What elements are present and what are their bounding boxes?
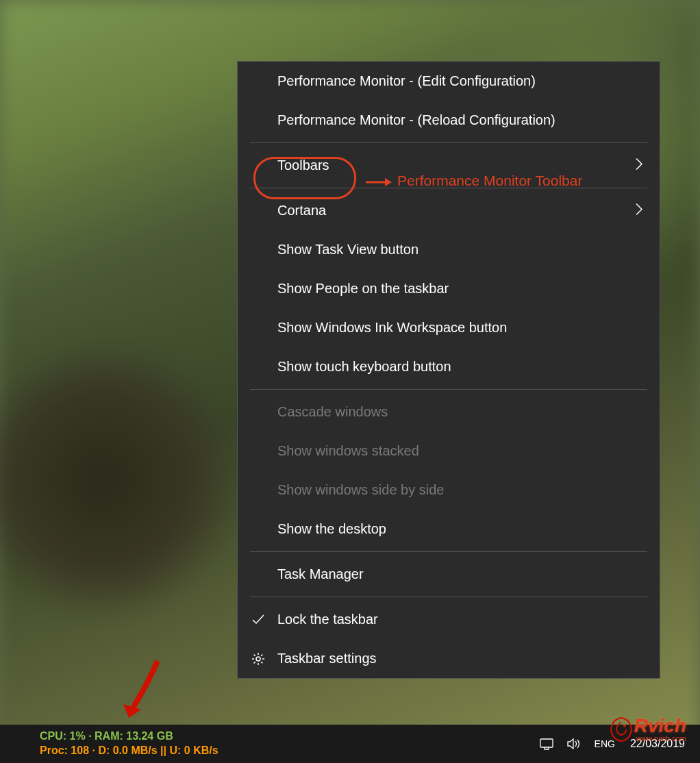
menu-item-label: Show touch keyboard button [277,359,451,375]
menu-taskbar-settings[interactable]: Taskbar settings [238,639,660,678]
perf-proc-disk-net: Proc: 108 · D: 0.0 MB/s || U: 0 KB/s [40,744,218,758]
menu-toolbars[interactable]: Toolbars [238,146,660,185]
chevron-right-icon [635,202,645,219]
menu-item-label: Show Windows Ink Workspace button [277,320,507,336]
menu-item-label: Cortana [277,203,326,218]
menu-show-stacked: Show windows stacked [238,431,660,471]
menu-show-people[interactable]: Show People on the taskbar [238,269,660,308]
menu-item-label: Performance Monitor - (Reload Configurat… [277,112,555,128]
menu-show-desktop[interactable]: Show the desktop [238,510,660,549]
menu-item-label: Show People on the taskbar [277,281,449,297]
menu-perfmon-reload[interactable]: Performance Monitor - (Reload Configurat… [238,101,660,140]
menu-item-label: Task Manager [277,566,364,582]
chevron-right-icon [635,157,645,174]
menu-item-label: Taskbar settings [277,651,377,666]
menu-cascade-windows: Cascade windows [238,392,660,431]
volume-icon[interactable] [564,734,584,753]
language-indicator[interactable]: ENG [592,738,618,749]
menu-separator [250,142,647,143]
taskbar-date: 22/03/2019 [630,737,685,750]
menu-item-label: Show Task View button [277,242,418,258]
menu-item-label: Show the desktop [277,521,386,537]
menu-item-label: Toolbars [277,158,329,173]
menu-lock-taskbar[interactable]: Lock the taskbar [238,600,660,639]
taskbar-context-menu: Performance Monitor - (Edit Configuratio… [237,61,660,679]
system-tray: ENG 22/03/2019 [537,734,695,753]
menu-item-label: Lock the taskbar [277,612,378,627]
menu-separator [250,188,647,188]
menu-item-label: Show windows stacked [277,443,419,459]
menu-item-label: Cascade windows [277,404,388,420]
menu-task-manager[interactable]: Task Manager [238,555,660,594]
menu-perfmon-edit[interactable]: Performance Monitor - (Edit Configuratio… [238,62,660,101]
menu-cortana[interactable]: Cortana [238,191,660,230]
taskbar-clock[interactable]: 22/03/2019 [626,737,689,750]
svg-point-0 [256,657,260,661]
menu-show-task-view[interactable]: Show Task View button [238,230,660,269]
performance-monitor-toolbar[interactable]: CPU: 1% · RAM: 13.24 GB Proc: 108 · D: 0… [5,729,218,758]
action-center-icon[interactable] [537,734,556,753]
menu-item-label: Show windows side by side [277,482,444,498]
menu-separator [250,597,647,597]
menu-separator [250,389,647,390]
menu-show-side-by-side: Show windows side by side [238,471,660,510]
menu-item-label: Performance Monitor - (Edit Configuratio… [277,73,536,89]
perf-cpu-ram: CPU: 1% · RAM: 13.24 GB [40,729,218,744]
svg-rect-2 [540,739,553,747]
menu-show-ink-workspace[interactable]: Show Windows Ink Workspace button [238,308,660,347]
taskbar[interactable]: CPU: 1% · RAM: 13.24 GB Proc: 108 · D: 0… [0,725,700,763]
gear-icon [250,651,266,667]
menu-separator [250,551,647,552]
menu-show-touch-keyboard[interactable]: Show touch keyboard button [238,347,660,386]
checkmark-icon [250,612,266,628]
